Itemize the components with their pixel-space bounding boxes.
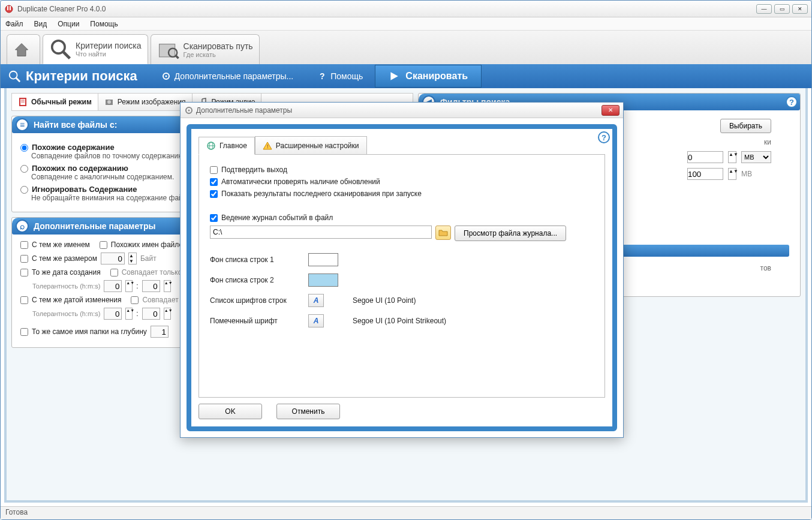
cancel-button[interactable]: Отменить: [276, 404, 340, 419]
svg-rect-5: [159, 44, 175, 56]
svg-point-3: [52, 41, 65, 53]
list-icon: ≡: [16, 118, 29, 131]
chk-match-only-create[interactable]: [110, 269, 118, 276]
menu-view[interactable]: Вид: [34, 20, 47, 28]
titlebar: Duplicate Cleaner Pro 4.0.0 — ▭ ✕: [1, 1, 811, 17]
radio-ignore-content[interactable]: [20, 186, 28, 194]
dialog-help-icon[interactable]: ?: [598, 131, 610, 143]
dialog-tab-main[interactable]: Главное: [199, 137, 255, 155]
svg-text:?: ?: [320, 71, 325, 81]
chk-confirm-exit[interactable]: [210, 166, 218, 174]
spinner-icon[interactable]: ▲▼: [164, 308, 171, 320]
svg-text:!: !: [267, 143, 269, 149]
bg2-color-swatch[interactable]: [308, 273, 338, 287]
help-link[interactable]: ? Помощь: [317, 71, 363, 81]
font-list-button[interactable]: A: [308, 294, 324, 307]
maximize-button[interactable]: ▭: [774, 4, 790, 14]
section-title: Критерии поиска: [26, 68, 137, 84]
chk-auto-update[interactable]: [210, 178, 218, 186]
tol-h2[interactable]: [104, 308, 122, 320]
magnifier-icon: [49, 38, 72, 61]
tol-m2[interactable]: [142, 308, 160, 320]
ok-button[interactable]: OK: [199, 404, 262, 419]
menu-file[interactable]: Файл: [5, 20, 23, 28]
select-button[interactable]: Выбирать: [720, 119, 771, 133]
dialog-close-button[interactable]: ✕: [602, 105, 619, 116]
svg-point-17: [107, 100, 111, 104]
scan-button[interactable]: Сканировать: [375, 65, 482, 88]
folder-icon: [438, 228, 448, 238]
advanced-options-link[interactable]: Дополнительные параметры...: [161, 71, 294, 81]
chk-show-last-scan[interactable]: [210, 190, 218, 198]
radio-similar-content[interactable]: [20, 165, 28, 173]
unit-select[interactable]: MB: [741, 151, 771, 163]
window-title: Duplicate Cleaner Pro 4.0.0: [17, 5, 756, 13]
criteria-tab-title: Критерии поиска: [76, 41, 142, 50]
spinner-icon[interactable]: ▲▼: [128, 253, 137, 264]
folder-search-icon: [157, 38, 180, 61]
chk-similar-name[interactable]: [100, 241, 107, 249]
font-marked-label: Помеченный шрифт: [210, 317, 300, 325]
svg-point-8: [10, 71, 17, 79]
radio-same-content[interactable]: [20, 144, 28, 152]
svg-rect-1: [7, 6, 8, 10]
dialog-title: Дополнительные параметры: [196, 106, 602, 115]
view-log-button[interactable]: Просмотр файла журнала...: [455, 226, 566, 241]
spinner-icon[interactable]: ▲▼: [125, 280, 133, 292]
home-icon: [13, 38, 30, 61]
browse-folder-button[interactable]: [435, 226, 451, 240]
home-tab[interactable]: [7, 34, 40, 64]
spinner-icon[interactable]: ▲▼: [164, 280, 171, 292]
size-input[interactable]: [101, 253, 125, 264]
scan-path-tab-title: Сканировать путь: [184, 41, 253, 51]
chk-same-folder[interactable]: [20, 328, 28, 336]
search-icon: ⌕: [16, 220, 29, 233]
camera-icon: [104, 97, 114, 107]
magnifier-icon: [8, 70, 21, 83]
document-icon: [18, 97, 28, 107]
minimize-button[interactable]: —: [756, 4, 772, 14]
tol-m[interactable]: [142, 280, 160, 292]
size-max-input[interactable]: [687, 168, 723, 180]
criteria-tab-sub: Что найти: [76, 50, 142, 58]
spinner-icon[interactable]: ▲▼: [728, 168, 736, 180]
scan-path-tab[interactable]: Сканировать путь Где искать: [151, 34, 260, 64]
menu-options[interactable]: Опции: [58, 20, 79, 28]
dialog-tab-advanced[interactable]: ! Расширенные настройки: [255, 136, 367, 154]
play-icon: [389, 71, 399, 82]
help-icon[interactable]: ?: [786, 96, 798, 108]
criteria-tab[interactable]: Критерии поиска Что найти: [43, 34, 148, 64]
scan-path-tab-sub: Где искать: [184, 51, 253, 58]
section-bar: Критерии поиска Дополнительные параметры…: [1, 64, 811, 88]
chk-same-size[interactable]: [20, 255, 28, 263]
bg2-label: Фон списка строк 2: [210, 276, 300, 284]
bg1-color-swatch[interactable]: [308, 253, 338, 266]
svg-line-4: [64, 52, 70, 59]
close-button[interactable]: ✕: [792, 4, 808, 14]
chk-same-name[interactable]: [20, 241, 28, 249]
svg-line-9: [16, 78, 20, 82]
svg-point-19: [188, 109, 190, 111]
tab-image[interactable]: Режим изображения: [98, 94, 193, 110]
bg1-label: Фон списка строк 1: [210, 256, 300, 264]
spinner-icon[interactable]: ▲▼: [728, 151, 736, 163]
warning-icon: !: [263, 141, 272, 151]
log-path-input[interactable]: [210, 226, 432, 239]
tab-normal[interactable]: Обычный режим: [12, 94, 98, 110]
svg-line-7: [175, 55, 178, 58]
spinner-icon[interactable]: ▲▼: [125, 308, 133, 320]
menu-help[interactable]: Помощь: [90, 20, 118, 28]
size-min-input[interactable]: [687, 151, 723, 163]
svg-rect-2: [10, 6, 11, 10]
options-dialog: Дополнительные параметры ✕ ? Главное ! Р…: [180, 102, 624, 438]
chk-log-to-file[interactable]: [210, 214, 218, 222]
svg-point-0: [5, 5, 13, 13]
chk-same-mod[interactable]: [20, 296, 28, 304]
chk-same-create[interactable]: [20, 269, 28, 276]
font-marked-button[interactable]: A: [308, 314, 324, 327]
tol-h[interactable]: [104, 280, 122, 292]
chk-match-only-mod[interactable]: [131, 296, 139, 304]
app-icon: [4, 4, 14, 14]
gear-icon: [161, 71, 171, 81]
depth-input[interactable]: [151, 326, 169, 338]
